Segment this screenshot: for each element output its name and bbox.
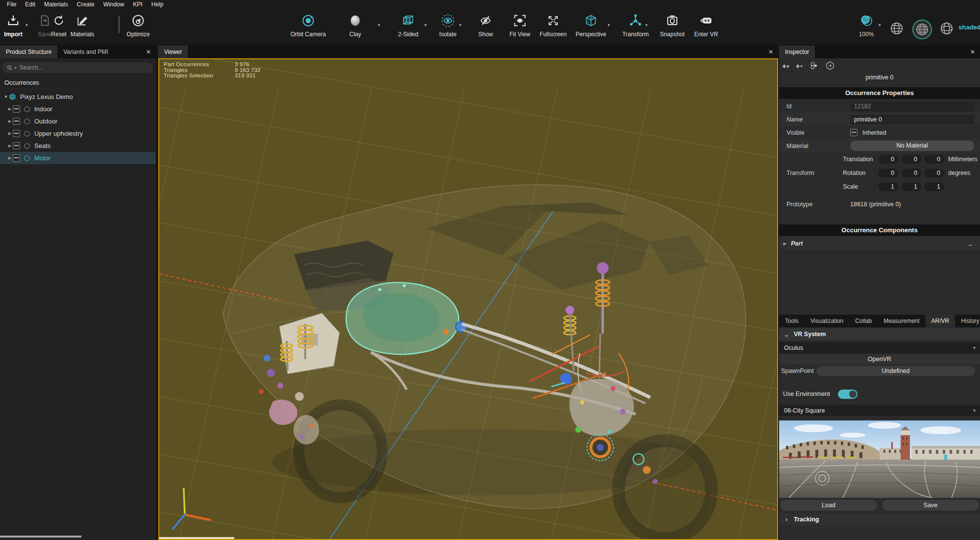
tab-history[interactable]: History	[955, 315, 980, 327]
fullscreen-icon	[546, 13, 560, 28]
snapshot-button[interactable]: Snapshot	[656, 13, 688, 38]
search-input[interactable]	[19, 64, 148, 72]
materials-button[interactable]: Materials	[66, 13, 99, 38]
rotation-z-field[interactable]: 0	[924, 169, 945, 177]
tree-row-outdoor[interactable]: ▶ Outdoor	[0, 115, 156, 127]
import-button[interactable]: Import	[1, 13, 25, 38]
menu-help[interactable]: Help	[147, 0, 168, 9]
perspective-button[interactable]: PF Perspective	[571, 13, 611, 38]
left-panel-close-icon[interactable]: ✕	[141, 46, 156, 58]
tab-collab[interactable]: Collab	[849, 315, 878, 327]
collapse-icon[interactable]: ▼	[3, 95, 9, 99]
left-panel-scrollbar[interactable]	[0, 536, 81, 538]
tree-row-indoor[interactable]: ▶ Indoor	[0, 103, 156, 115]
expand-icon[interactable]: ▶	[779, 241, 791, 246]
component-row-part[interactable]: ▶ Part →	[779, 236, 980, 251]
rotation-x-field[interactable]: 0	[878, 169, 899, 177]
globe-render-icon[interactable]	[938, 20, 956, 37]
tab-variants-pmi[interactable]: Variants and PMI	[57, 46, 114, 58]
save-environment-button[interactable]: Save	[882, 500, 979, 511]
tab-visualization[interactable]: Visualization	[805, 315, 849, 327]
menu-file[interactable]: File	[2, 0, 21, 9]
fullscreen-button[interactable]: Fullscreen	[534, 13, 573, 38]
expand-icon[interactable]: ▶	[7, 107, 13, 111]
visibility-checkbox[interactable]	[13, 154, 20, 162]
vr-runtime-dropdown[interactable]: Oculus ▾	[779, 342, 980, 353]
inspector-close-icon[interactable]: ✕	[965, 46, 980, 58]
tab-inspector[interactable]: Inspector	[779, 46, 815, 58]
tree-root-row[interactable]: ▼ Pixyz Lexus Demo	[0, 91, 156, 103]
viewport-3d[interactable]: Part Occurrences3 976 Triangles9 163 732…	[158, 58, 778, 540]
orbit-camera-button[interactable]: Orbit Camera	[288, 13, 328, 38]
visibility-checkbox[interactable]	[13, 105, 20, 113]
two-sided-caret-icon[interactable]: ▾	[424, 23, 427, 27]
show-button[interactable]: Show	[471, 13, 500, 38]
visibility-checkbox[interactable]	[13, 118, 20, 125]
scale-y-field[interactable]: 1	[901, 182, 922, 191]
load-button[interactable]: Load	[780, 500, 877, 511]
scale-x-field[interactable]: 1	[878, 182, 899, 191]
transform-button[interactable]: Transform	[616, 13, 655, 38]
clay-button[interactable]: Clay	[338, 13, 372, 38]
translation-y-field[interactable]: 0	[901, 155, 922, 164]
translation-x-field[interactable]: 0	[878, 155, 899, 164]
selected-gearbox[interactable]	[346, 282, 459, 354]
rotation-y-field[interactable]: 0	[901, 169, 922, 177]
tree-row-upper-upholestry[interactable]: ▶ Upper upholestry	[0, 127, 156, 140]
enter-vr-button[interactable]: Enter VR	[690, 13, 722, 38]
globe-wireframe-icon[interactable]	[888, 20, 906, 37]
transform-caret-icon[interactable]: ▾	[645, 23, 648, 27]
visible-checkbox[interactable]	[850, 129, 858, 136]
tree-row-seats[interactable]: ▶ Seats	[0, 140, 156, 152]
search-filter-caret-icon[interactable]: ▾	[15, 66, 17, 70]
two-sided-button[interactable]: 2-Sided	[391, 13, 425, 38]
menu-kpi[interactable]: KPI	[128, 0, 147, 9]
expand-icon[interactable]: ▶	[7, 144, 13, 148]
tab-measurement[interactable]: Measurement	[878, 315, 925, 327]
tab-viewer[interactable]: Viewer	[158, 46, 188, 58]
menu-window[interactable]: Window	[99, 0, 129, 9]
menu-edit[interactable]: Edit	[21, 0, 40, 9]
visibility-checkbox[interactable]	[13, 142, 20, 149]
globe-shaded-wire-icon[interactable]	[912, 20, 932, 39]
tab-tools[interactable]: Tools	[779, 315, 805, 327]
import-caret-icon[interactable]: ▾	[25, 23, 28, 27]
scale-z-field[interactable]: 1	[924, 182, 945, 191]
menu-create[interactable]: Create	[73, 0, 99, 9]
perspective-caret-icon[interactable]: ▾	[608, 23, 610, 27]
tab-ar-vr[interactable]: AR/VR	[926, 315, 956, 327]
viewer-close-icon[interactable]: ✕	[763, 46, 778, 58]
visibility-checkbox[interactable]	[13, 130, 20, 137]
material-button[interactable]: No Material	[850, 141, 974, 151]
spawn-point-button[interactable]: Undefined	[816, 366, 975, 376]
name-field[interactable]: primitive 0	[850, 115, 974, 124]
search-box[interactable]: ▾	[2, 62, 153, 73]
zoom-level-button[interactable]: 100%	[857, 13, 876, 38]
viewer-tabstrip: Viewer ✕	[158, 46, 778, 58]
viewer-scrollbar[interactable]	[159, 537, 234, 539]
translation-z-field[interactable]: 0	[924, 155, 945, 164]
tree-root-label[interactable]: Pixyz Lexus Demo	[20, 93, 73, 100]
add-component-button[interactable]: +c	[796, 63, 803, 70]
tree-row-motor[interactable]: ▶ Motor	[0, 152, 156, 164]
zoom-caret-icon[interactable]: ▾	[879, 23, 881, 27]
isolate-caret-icon[interactable]: ▾	[459, 23, 462, 27]
menu-materials[interactable]: Materials	[40, 0, 73, 9]
clay-caret-icon[interactable]: ▾	[378, 23, 380, 27]
open-component-arrow-icon[interactable]: →	[966, 240, 980, 248]
environment-preset-dropdown[interactable]: 06-City Square ▾	[779, 405, 980, 416]
optimize-button[interactable]: Optimize	[124, 13, 152, 38]
link-icon[interactable]	[809, 61, 819, 72]
expand-icon[interactable]: ▶	[7, 131, 13, 136]
environment-preview-image[interactable]	[779, 420, 980, 498]
expand-icon[interactable]: ▶	[7, 156, 13, 160]
use-environment-toggle[interactable]	[838, 390, 858, 399]
goto-prototype-icon[interactable]	[825, 61, 835, 72]
expand-icon[interactable]: ▶	[7, 119, 13, 123]
tab-product-structure[interactable]: Product Structure	[0, 46, 57, 58]
render-mode-label[interactable]: shaded	[958, 24, 980, 31]
tracking-header[interactable]: › Tracking	[779, 514, 980, 525]
vr-system-header[interactable]: ⌄ VR System	[779, 328, 980, 340]
fit-view-button[interactable]: Fit View	[503, 13, 537, 38]
add-property-button[interactable]: +p	[782, 63, 789, 70]
